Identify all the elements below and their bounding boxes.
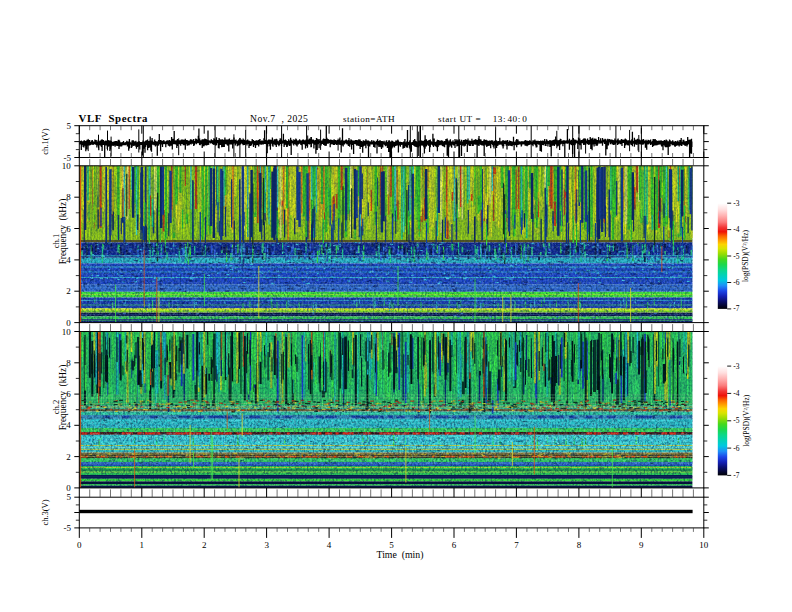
svg-text:station=ATH: station=ATH [343,114,395,124]
svg-text:VLF Spectra: VLF Spectra [79,112,149,124]
svg-text:9: 9 [639,540,644,550]
svg-text:ch.1(V): ch.1(V) [40,128,50,154]
svg-text:-7: -7 [733,471,739,480]
svg-text:-4: -4 [733,225,739,234]
svg-text:-5: -5 [733,252,739,261]
svg-text:Frequency (kHz): Frequency (kHz) [58,365,69,431]
svg-text:Time (min): Time (min) [377,549,424,561]
svg-text:Nov.7 , 2025: Nov.7 , 2025 [250,113,308,124]
svg-text:1: 1 [140,540,145,550]
svg-text:0: 0 [77,540,82,550]
svg-text:-5: -5 [64,523,72,533]
svg-text:10: 10 [699,540,709,550]
svg-text:2: 2 [66,286,71,296]
svg-text:5: 5 [67,121,72,131]
svg-text:-4: -4 [733,389,739,398]
svg-text:ch.3(V): ch.3(V) [40,499,50,525]
svg-text:-5: -5 [733,416,739,425]
svg-text:5: 5 [67,492,72,502]
svg-text:4: 4 [327,540,332,550]
svg-text:2: 2 [202,540,207,550]
svg-text:6: 6 [452,540,457,550]
svg-text:log(PSD)(V2/Hz): log(PSD)(V2/Hz) [742,394,751,447]
svg-text:-3: -3 [733,362,739,371]
svg-text:start UT = 13: 40: 0: start UT = 13: 40: 0 [438,114,527,124]
svg-text:-6: -6 [733,278,739,287]
svg-text:10: 10 [62,161,72,171]
svg-text:8: 8 [577,540,582,550]
svg-text:3: 3 [264,540,269,550]
svg-text:log(PSD)(V2/Hz): log(PSD)(V2/Hz) [742,230,751,283]
svg-text:-6: -6 [733,444,739,453]
svg-text:Frequency (kHz): Frequency (kHz) [58,199,69,265]
svg-text:10: 10 [62,327,72,337]
svg-text:-7: -7 [733,304,739,313]
svg-text:-3: -3 [733,199,739,208]
svg-text:7: 7 [514,540,519,550]
svg-text:2: 2 [66,452,71,462]
